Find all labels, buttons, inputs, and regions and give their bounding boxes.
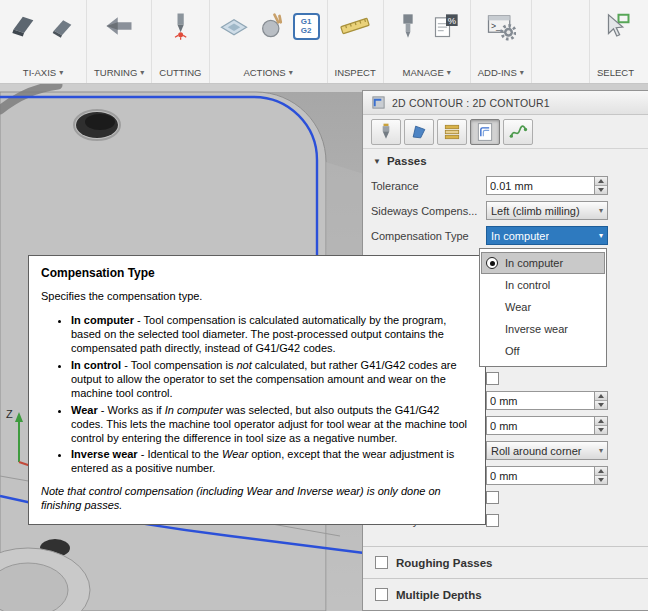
value-input-1[interactable] — [487, 392, 594, 409]
cutting-icon[interactable] — [163, 7, 197, 45]
toolbar-menu-manage[interactable]: MANAGE ▾ — [403, 67, 451, 79]
dropdown-option-in-control[interactable]: In control — [481, 274, 605, 296]
scripts-addins-icon[interactable]: >_ — [484, 7, 518, 45]
chevron-down-icon: ▾ — [140, 69, 144, 77]
tolerance-input[interactable] — [487, 177, 594, 194]
toolbar-menu-inspect[interactable]: INSPECT — [335, 67, 376, 79]
sideways-compensation-select[interactable]: Left (climb milling) ▾ — [486, 201, 608, 220]
post-library-icon[interactable]: % — [429, 7, 463, 45]
toolbar-menu-addins[interactable]: ADD-INS ▾ — [478, 67, 524, 79]
spinner-down-icon[interactable] — [595, 476, 607, 484]
toolbar-group-turning: TURNING ▾ — [87, 0, 152, 83]
toolbar-menu-multiaxis[interactable]: TI-AXIS ▾ — [23, 67, 63, 79]
dropdown-option-label: Off — [505, 345, 519, 357]
sideways-compensation-row: Sideways Compens... Left (climb milling)… — [363, 198, 648, 223]
g1g2-codes-icon[interactable]: G1 G2 — [293, 13, 320, 40]
tooltip-bullet-list: In computer - Tool compensation is calcu… — [41, 314, 473, 477]
spinner-up-icon[interactable] — [595, 177, 607, 186]
passes-section-header[interactable]: ▼ Passes — [363, 149, 648, 173]
dropdown-option-off[interactable]: Off — [481, 340, 605, 362]
sideways-compensation-label: Sideways Compens... — [371, 205, 486, 217]
chevron-down-icon: ▾ — [447, 69, 451, 77]
tolerance-input-wrap — [486, 176, 608, 195]
compensation-type-label: Compensation Type — [371, 230, 486, 242]
percent-glyph: % — [447, 16, 455, 26]
multiple-depths-group[interactable]: Multiple Depths — [363, 578, 648, 610]
axis-z-arrow-icon — [15, 412, 23, 422]
multiaxis-flow-icon[interactable] — [45, 7, 79, 45]
fusion-manufacture-screen: Z TI-AXIS ▾ — [0, 0, 648, 611]
toolbar-menu-turning[interactable]: TURNING ▾ — [94, 67, 144, 79]
prompt-glyph: >_ — [491, 21, 501, 31]
tab-tool[interactable] — [371, 119, 401, 145]
roughing-passes-group[interactable]: Roughing Passes — [363, 546, 648, 578]
corner-mode-select[interactable]: Roll around corner ▾ — [486, 441, 608, 460]
toolbar-menu-actions[interactable]: ACTIONS ▾ — [243, 67, 292, 79]
cutting-icons — [163, 5, 197, 47]
tool-library-icon[interactable] — [391, 7, 425, 45]
spinner-down-icon[interactable] — [595, 186, 607, 194]
spinner-up-icon[interactable] — [595, 467, 607, 476]
value-input-2[interactable] — [487, 417, 594, 434]
compensation-type-select[interactable]: In computer ▾ — [486, 226, 608, 245]
roughing-passes-label: Roughing Passes — [396, 557, 493, 569]
collapse-triangle-icon: ▼ — [373, 157, 381, 166]
toolbar-menu-actions-label: ACTIONS — [243, 67, 285, 78]
dropdown-option-inverse-wear[interactable]: Inverse wear — [481, 318, 605, 340]
value-spinner-3 — [594, 467, 607, 484]
tolerance-row: Tolerance — [363, 173, 648, 198]
both-ways-checkbox[interactable] — [486, 514, 499, 527]
multiaxis-icons — [7, 5, 79, 47]
toolbar-group-multiaxis: TI-AXIS ▾ — [0, 0, 87, 83]
chevron-down-icon: ▾ — [289, 69, 293, 77]
turning-icon[interactable] — [102, 7, 136, 45]
compensation-type-dropdown: In computer In control Wear Inverse wear… — [479, 248, 607, 367]
simulate-icon[interactable] — [217, 7, 251, 45]
value-input-3[interactable] — [487, 467, 594, 484]
actions-icons: G1 G2 — [217, 5, 320, 47]
dialog-tabs — [363, 115, 648, 149]
toolbar-menu-inspect-label: INSPECT — [335, 67, 376, 78]
roughing-passes-checkbox[interactable] — [375, 556, 388, 569]
tab-passes[interactable] — [470, 119, 500, 145]
manage-icons: % — [391, 5, 463, 47]
radio-selected-icon — [486, 257, 498, 269]
toolbar-group-cutting: CUTTING — [152, 0, 209, 83]
dialog-title: 2D CONTOUR : 2D CONTOUR1 — [392, 97, 550, 109]
select-cursor-icon[interactable] — [599, 7, 633, 45]
toolbar-menu-select[interactable]: SELECT — [597, 67, 634, 79]
tab-geometry[interactable] — [404, 119, 434, 145]
tab-linking[interactable] — [503, 119, 533, 145]
ribbon-toolbar: TI-AXIS ▾ TURNING ▾ CUTTING — [0, 0, 648, 84]
manual-nc-icon[interactable] — [255, 7, 289, 45]
linking-tab-icon — [508, 122, 528, 142]
section-gap — [363, 534, 648, 546]
spinner-down-icon[interactable] — [595, 401, 607, 409]
dropdown-option-label: In computer — [505, 257, 563, 269]
multiaxis-swarf-icon[interactable] — [7, 7, 41, 45]
sideways-compensation-value: Left (climb milling) — [491, 205, 580, 217]
spinner-up-icon[interactable] — [595, 417, 607, 426]
spinner-down-icon[interactable] — [595, 426, 607, 434]
tolerance-label: Tolerance — [371, 180, 486, 192]
dropdown-option-in-computer[interactable]: In computer — [481, 252, 605, 274]
select-icons — [599, 5, 633, 47]
toolbar-menu-cutting-label: CUTTING — [159, 67, 201, 78]
dropdown-option-wear[interactable]: Wear — [481, 296, 605, 318]
dialog-header[interactable]: 2D CONTOUR : 2D CONTOUR1 — [363, 91, 648, 115]
spinner-up-icon[interactable] — [595, 392, 607, 401]
chevron-down-icon: ▾ — [599, 232, 603, 240]
toolbar-group-addins: >_ ADD-INS ▾ — [471, 0, 532, 83]
option-checkbox-2[interactable] — [486, 491, 499, 504]
compensation-type-value: In computer — [491, 230, 549, 242]
g1g2-line2: G2 — [301, 26, 312, 35]
tooltip-bullet: In control - Tool compensation is not ca… — [71, 359, 473, 401]
measure-ruler-icon[interactable] — [338, 7, 372, 45]
help-tooltip: Compensation Type Specifies the compensa… — [28, 255, 486, 525]
dropdown-option-label: In control — [505, 279, 550, 291]
option-checkbox-1[interactable] — [486, 372, 499, 385]
tab-heights[interactable] — [437, 119, 467, 145]
chevron-down-icon: ▾ — [520, 69, 524, 77]
multiple-depths-checkbox[interactable] — [375, 588, 388, 601]
toolbar-menu-cutting[interactable]: CUTTING — [159, 67, 201, 79]
